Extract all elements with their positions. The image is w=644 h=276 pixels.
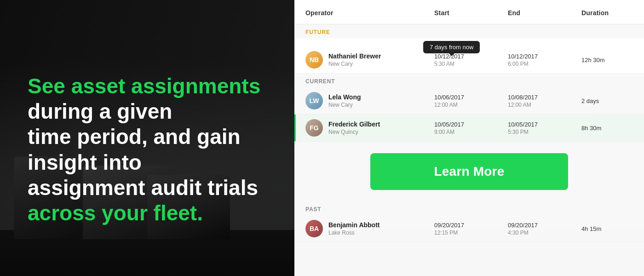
table-row: LW Lela Wong New Cary 10/06/2017 12:00 A… (294, 87, 644, 115)
start-date: 10/06/2017 (434, 94, 508, 101)
operator-info: Frederick Gilbert New Quincy (328, 121, 380, 135)
start-time: 12:00 AM (434, 102, 508, 108)
tooltip-7days: 7 days from now (423, 41, 480, 53)
table-row-current: FG Frederick Gilbert New Quincy 10/05/20… (294, 115, 644, 142)
end-date: 09/20/2017 (508, 222, 581, 229)
start-date: 10/12/2017 (434, 53, 508, 60)
hero-normal-text-3: assignment audit trials (28, 176, 258, 200)
hero-green-text-2: across your fleet. (28, 201, 203, 225)
end-time: 12:00 AM (508, 102, 581, 108)
start-date: 09/20/2017 (434, 222, 508, 229)
table-row: 7 days from now NB Nathaniel Brewer New … (294, 38, 644, 74)
operator-cell: LW Lela Wong New Cary (305, 92, 434, 109)
start-time: 5:30 AM (434, 61, 508, 67)
col-start: Start (434, 9, 508, 17)
start-time: 9:00 AM (434, 129, 508, 135)
operator-cell: FG Frederick Gilbert New Quincy (305, 119, 434, 137)
operator-location: New Quincy (328, 129, 380, 135)
col-duration: Duration (581, 9, 637, 17)
start-date-cell: 10/06/2017 12:00 AM (434, 94, 508, 108)
hero-normal-text-2: time period, and gain insight into (28, 125, 241, 174)
duration-cell: 2 days (581, 98, 637, 104)
table-body: FUTURE 7 days from now NB Nathaniel Brew… (294, 24, 644, 242)
duration-cell: 8h 30m (581, 125, 637, 132)
section-future: FUTURE (294, 24, 644, 38)
end-date-cell: 10/05/2017 5:30 PM (508, 121, 581, 135)
operator-name: Benjamin Abbott (328, 221, 380, 229)
operator-location: New Cary (328, 102, 361, 108)
learn-more-overlay: Learn More (294, 142, 644, 201)
start-time: 12:15 PM (434, 230, 508, 236)
hero-headline: See asset assignments during a given tim… (28, 74, 294, 226)
start-date-cell: 09/20/2017 12:15 PM (434, 222, 508, 236)
end-date: 10/12/2017 (508, 53, 581, 60)
end-time: 4:30 PM (508, 230, 581, 236)
operator-name: Lela Wong (328, 93, 361, 101)
hero-green-text-1: See asset assignments (28, 74, 260, 98)
operator-name: Frederick Gilbert (328, 121, 380, 128)
operator-cell: BA Benjamin Abbott Lake Ross (305, 220, 434, 237)
learn-more-button[interactable]: Learn More (370, 153, 568, 190)
hero-section: See asset assignments during a given tim… (28, 74, 294, 226)
hero-normal-text-1: during a given (28, 99, 172, 123)
table-header: Operator Start End Duration (294, 0, 644, 24)
start-date-cell: 10/12/2017 5:30 AM (434, 53, 508, 67)
operator-name: Nathaniel Brewer (328, 52, 381, 60)
avatar: FG (305, 119, 323, 137)
end-date-cell: 10/12/2017 6:00 PM (508, 53, 581, 67)
operator-location: New Cary (328, 61, 381, 67)
end-time: 6:00 PM (508, 61, 581, 67)
avatar: BA (305, 220, 323, 237)
operator-location: Lake Ross (328, 230, 380, 236)
avatar: NB (305, 51, 323, 69)
col-end: End (508, 9, 581, 17)
operator-cell: NB Nathaniel Brewer New Cary (305, 51, 434, 69)
section-current: CURRENT (294, 74, 644, 87)
avatar: LW (305, 92, 323, 109)
end-date-cell: 10/08/2017 12:00 AM (508, 94, 581, 108)
end-date-cell: 09/20/2017 4:30 PM (508, 222, 581, 236)
operator-info: Nathaniel Brewer New Cary (328, 52, 381, 67)
section-past: PAST (294, 201, 644, 215)
end-date: 10/05/2017 (508, 121, 581, 128)
operator-info: Lela Wong New Cary (328, 93, 361, 108)
end-date: 10/08/2017 (508, 94, 581, 101)
start-date: 10/05/2017 (434, 121, 508, 128)
duration-cell: 4h 15m (581, 225, 637, 232)
start-date-cell: 10/05/2017 9:00 AM (434, 121, 508, 135)
table-panel: Operator Start End Duration FUTURE 7 day… (294, 0, 644, 276)
col-operator: Operator (305, 9, 434, 17)
duration-cell: 12h 30m (581, 57, 637, 63)
end-time: 5:30 PM (508, 129, 581, 135)
operator-info: Benjamin Abbott Lake Ross (328, 221, 380, 236)
table-row: BA Benjamin Abbott Lake Ross 09/20/2017 … (294, 215, 644, 242)
